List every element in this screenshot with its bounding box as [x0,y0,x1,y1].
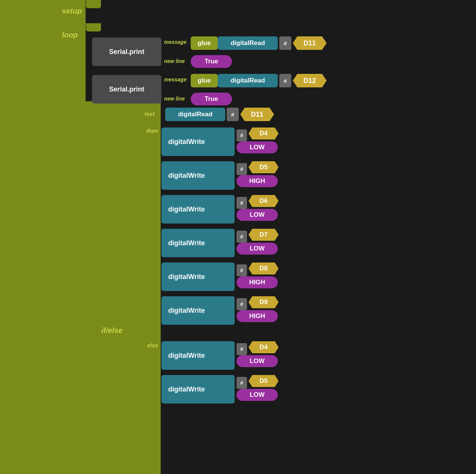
hash-dw5: # [236,264,247,276]
true-label-2: True [205,95,218,103]
low-label-1: LOW [250,144,265,151]
digital-read-2-label: digitalRead [230,77,265,84]
true-label-1: True [205,58,218,65]
new-line-label-2: new line [164,96,185,102]
d9-block[interactable]: D9 [249,296,279,308]
digital-write-else-2-label: digitalWrite [168,386,205,393]
else-label: else [147,342,158,348]
d9-label: D9 [259,298,268,306]
low-block-2[interactable]: LOW [236,209,278,221]
serial-print-2-block[interactable]: Serial.print [92,75,161,104]
inner-rail [86,101,161,474]
low-label-3: LOW [250,245,265,252]
glue-block-1[interactable]: glue [191,36,218,50]
high-label-2: HIGH [249,279,265,286]
low-label-else-2: LOW [250,391,265,399]
digital-write-else-1-block[interactable]: digitalWrite [161,341,235,370]
high-block-1[interactable]: HIGH [236,175,278,187]
digital-write-6-label: digitalWrite [168,307,205,315]
new-line-label-1: new line [164,58,185,64]
d4-block-2[interactable]: D4 [249,341,279,353]
low-block-1[interactable]: LOW [236,141,278,153]
digital-write-else-2-block[interactable]: digitalWrite [161,375,235,404]
digital-read-1-block[interactable]: digitalRead [218,36,278,50]
glue-label-1: glue [198,39,211,47]
d4-label-1: D4 [259,130,268,137]
d11-test-block[interactable]: D11 [240,108,274,121]
outer-rail [0,0,86,474]
digital-write-3-label: digitalWrite [168,206,205,213]
hash-dw6: # [236,298,247,310]
hash-dw4: # [236,231,247,243]
low-block-else-2[interactable]: LOW [236,389,278,401]
high-label-3: HIGH [249,312,265,320]
setup-notch [86,0,101,8]
glue-label-2: glue [198,77,211,84]
test-label: test [145,111,155,117]
loop-notch [86,23,101,32]
true-block-1[interactable]: True [191,55,232,68]
high-block-2[interactable]: HIGH [236,276,278,288]
low-label-else-1: LOW [250,357,265,365]
canvas: setup loop Serial.print message new line… [0,0,476,474]
d12-block[interactable]: D12 [293,74,327,87]
digital-read-test-label: digitalRead [178,111,212,118]
d5-block-2[interactable]: D5 [249,375,279,387]
hash-dw-else-1: # [236,343,247,355]
digital-write-5-block[interactable]: digitalWrite [161,262,235,291]
setup-label: setup [62,7,82,15]
high-label-1: HIGH [249,177,265,185]
digital-write-else-1-label: digitalWrite [168,352,205,360]
d11-test-label: D11 [251,111,263,118]
d6-block[interactable]: D6 [249,195,279,207]
d5-block-1[interactable]: D5 [249,161,279,173]
d8-label: D8 [259,265,268,272]
d11-label-1: D11 [303,39,316,47]
digital-write-5-label: digitalWrite [168,273,205,281]
d5-label-1: D5 [259,164,268,171]
serial-print-1-label: Serial.print [109,48,144,56]
digital-read-1-label: digitalRead [230,39,265,47]
low-block-else-1[interactable]: LOW [236,355,278,367]
glue-block-2[interactable]: glue [191,74,218,87]
d7-label: D7 [259,231,268,238]
d4-block-1[interactable]: D4 [249,128,279,140]
low-block-3[interactable]: LOW [236,243,278,255]
serial-print-2-label: Serial.print [109,86,144,93]
serial-print-1-block[interactable]: Serial.print [92,38,161,66]
digital-read-2-block[interactable]: digitalRead [218,74,278,87]
digital-write-6-block[interactable]: digitalWrite [161,296,235,325]
message-label-1: message [164,39,187,45]
if-else-label: if/else [101,326,123,335]
message-label-2: message [164,76,187,82]
hash-test: # [227,108,239,121]
digital-write-2-block[interactable]: digitalWrite [161,161,235,190]
digital-write-4-block[interactable]: digitalWrite [161,229,235,257]
digital-read-test-block[interactable]: digitalRead [165,108,225,121]
digital-write-1-label: digitalWrite [168,138,205,146]
low-label-2: LOW [250,211,265,219]
hash-dw2: # [236,163,247,175]
d8-block[interactable]: D8 [249,262,279,274]
d4-label-2: D4 [259,344,268,351]
loop-label: loop [62,31,78,39]
hash-dw1: # [236,129,247,141]
d6-label: D6 [259,197,268,205]
hash-1: # [279,36,291,50]
d5-label-2: D5 [259,377,268,385]
d7-block[interactable]: D7 [249,229,279,241]
d11-block-1[interactable]: D11 [293,36,327,50]
d12-label: D12 [303,77,316,85]
digital-write-2-label: digitalWrite [168,172,205,180]
hash-dw3: # [236,197,247,209]
then-label: then [146,128,158,134]
high-block-3[interactable]: HIGH [236,310,278,322]
digital-write-3-block[interactable]: digitalWrite [161,195,235,224]
true-block-2[interactable]: True [191,93,232,105]
digital-write-1-block[interactable]: digitalWrite [161,128,235,156]
hash-dw-else-2: # [236,377,247,389]
digital-write-4-label: digitalWrite [168,239,205,247]
hash-2: # [279,74,291,87]
